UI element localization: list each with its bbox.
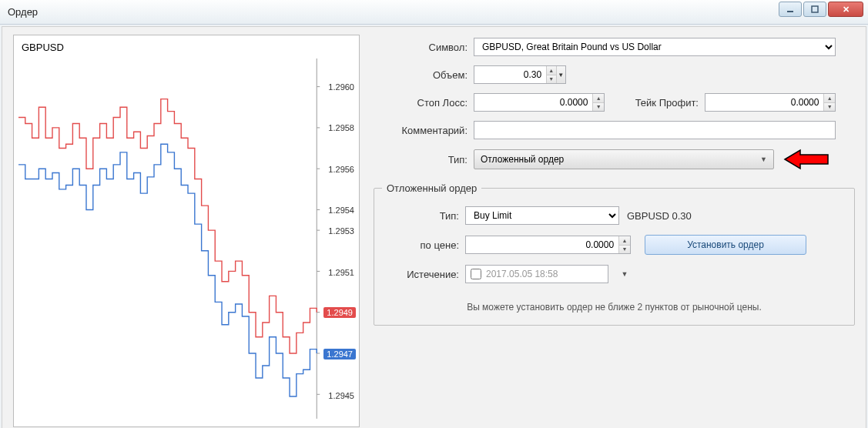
pending-legend: Отложенный ордер <box>382 182 481 194</box>
window-controls: ✕ <box>779 2 863 17</box>
symbol-select[interactable]: GBPUSD, Great Britain Pound vs US Dollar <box>474 38 836 56</box>
volume-dropdown-icon[interactable]: ▼ <box>556 66 565 83</box>
y-tick-label: 1.2953 <box>328 226 354 236</box>
pending-price-label: по цене: <box>382 239 465 251</box>
volume-input-wrap: ▲▼ ▼ <box>474 65 566 84</box>
ask-price-tag: 1.2949 <box>323 307 356 318</box>
symbol-label: Символ: <box>374 42 474 53</box>
titlebar: Ордер ✕ <box>0 0 868 25</box>
y-tick-label: 1.2958 <box>328 123 354 132</box>
order-type-select[interactable]: Отложенный ордер ▼ <box>474 149 774 169</box>
window-title: Ордер <box>8 6 38 18</box>
y-tick-label: 1.2954 <box>328 206 354 215</box>
order-form: Символ: GBPUSD, Great Britain Pound vs U… <box>374 35 855 421</box>
pending-price-input-wrap: ▲▼ <box>465 236 631 254</box>
expiry-input-wrap: 2017.05.05 18:58 <box>465 265 608 283</box>
sl-input[interactable] <box>474 94 592 111</box>
expiry-dropdown-icon[interactable]: ▼ <box>615 270 635 278</box>
pending-price-input[interactable] <box>466 236 618 253</box>
comment-label: Комментарий: <box>374 125 474 136</box>
pending-price-spinner[interactable]: ▲▼ <box>618 236 630 253</box>
comment-input[interactable] <box>474 121 836 139</box>
chart-panel: GBPUSD 1.29601.29581.29561.29541.29531.2… <box>13 35 360 427</box>
tp-input-wrap: ▲▼ <box>705 93 836 112</box>
expiry-checkbox[interactable] <box>471 269 481 279</box>
sl-spinner[interactable]: ▲▼ <box>592 94 604 111</box>
svg-rect-1 <box>812 6 818 12</box>
chevron-down-icon: ▼ <box>760 155 767 163</box>
type-label: Тип: <box>374 154 474 166</box>
pending-symbol-volume: GBPUSD 0.30 <box>627 210 692 222</box>
sl-input-wrap: ▲▼ <box>474 93 605 112</box>
y-tick-label: 1.2956 <box>328 165 354 174</box>
tp-input[interactable] <box>705 94 823 111</box>
minimize-button[interactable] <box>779 2 802 17</box>
pending-type-select[interactable]: Buy Limit <box>465 206 619 225</box>
svg-rect-0 <box>787 11 793 12</box>
y-tick-label: 1.2945 <box>328 391 354 400</box>
bid-price-tag: 1.2947 <box>323 349 356 359</box>
red-arrow-annotation <box>783 149 829 170</box>
maximize-button[interactable] <box>803 2 826 17</box>
close-button[interactable]: ✕ <box>828 2 863 17</box>
order-type-value: Отложенный ордер <box>481 154 564 165</box>
install-order-button[interactable]: Установить ордер <box>645 235 806 255</box>
expiry-label: Истечение: <box>382 269 465 280</box>
expiry-value: 2017.05.05 18:58 <box>486 269 558 279</box>
window-body: GBPUSD 1.29601.29581.29561.29541.29531.2… <box>2 26 866 428</box>
sl-label: Стоп Лосс: <box>374 97 474 109</box>
volume-spinner[interactable]: ▲▼ <box>546 66 555 83</box>
y-tick-label: 1.2951 <box>328 268 354 277</box>
tp-spinner[interactable]: ▲▼ <box>823 94 835 111</box>
price-chart <box>14 35 359 426</box>
volume-input[interactable] <box>474 66 546 83</box>
y-tick-label: 1.2960 <box>328 82 354 92</box>
tp-label: Тейк Профит: <box>605 97 705 109</box>
pending-note: Вы можете установить ордер не ближе 2 пу… <box>382 286 846 313</box>
volume-label: Объем: <box>374 69 474 81</box>
pending-order-group: Отложенный ордер Тип: Buy Limit GBPUSD 0… <box>374 182 855 326</box>
pending-type-label: Тип: <box>382 210 465 222</box>
